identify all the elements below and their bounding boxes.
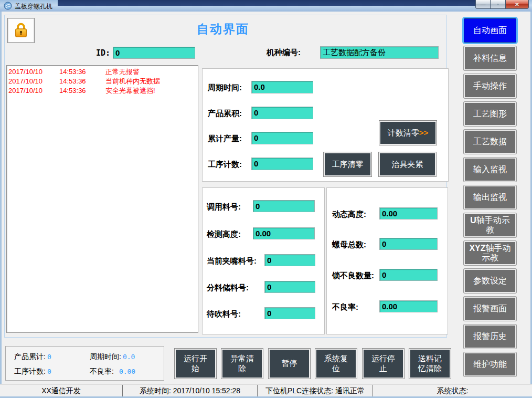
detect-height-field[interactable]: 0.00 xyxy=(253,227,315,239)
maximize-button[interactable]: ▫ xyxy=(491,0,505,9)
status-system-time: 系统时间: 2017/10/10 15:52:28 xyxy=(122,385,257,396)
alarm-date: 2017/10/10 xyxy=(8,67,59,77)
window-title: 盖板穿螺孔机 xyxy=(15,2,52,11)
status-bar: XX通信开发 系统时间: 2017/10/10 15:52:28 下位机PLC连… xyxy=(0,384,532,396)
title-bar: 盖板穿螺孔机 — ▫ ✕ xyxy=(0,0,532,12)
pause-button[interactable]: 暂停 xyxy=(269,349,310,379)
detect-height-label: 检测高度: xyxy=(207,229,241,239)
alarm-date: 2017/10/10 xyxy=(8,77,59,86)
sidebar-item-maintenance[interactable]: 维护功能 xyxy=(464,352,516,376)
call-part-field[interactable]: 0 xyxy=(253,200,315,212)
quality-panel: 动态高度: 0.00 螺母总数: 0 锁不良数量: 0 不良率: 0.00 xyxy=(326,187,448,334)
minimize-button[interactable]: — xyxy=(475,0,491,9)
alarm-time: 14:53:36 xyxy=(59,67,105,77)
background-window-remnant xyxy=(58,0,478,6)
alarm-message: 当前机种内无数据 xyxy=(105,77,160,86)
current-nozzle-field[interactable]: 0 xyxy=(264,254,315,266)
alarm-message: 正常无报警 xyxy=(105,67,140,77)
counters-panel: 周期时间: 0.0 产品累积: 0 累计产量: 0 工序计数: 0 计数清零>>… xyxy=(202,68,449,182)
id-label: ID: xyxy=(96,48,110,58)
error-clear-button[interactable]: 异常清除 xyxy=(221,349,263,379)
summary-cycle-time: 周期时间:0.0 xyxy=(90,352,135,362)
sidebar-item-output-monitor[interactable]: 输出监视 xyxy=(464,185,516,210)
cycle-time-label: 周期时间: xyxy=(208,83,242,93)
lock-button[interactable] xyxy=(7,18,35,43)
lock-icon xyxy=(12,20,30,41)
sidebar-item-process-data[interactable]: 工艺数据 xyxy=(464,130,516,154)
run-stop-button[interactable]: 运行停止 xyxy=(363,349,404,379)
fixture-clamp-button[interactable]: 治具夹紧 xyxy=(379,152,436,176)
process-clear-button[interactable]: 工序清零 xyxy=(324,152,371,176)
sidebar-item-alarm-screen[interactable]: 报警画面 xyxy=(464,297,516,321)
alarm-time: 14:53:36 xyxy=(59,86,105,96)
app-window: 盖板穿螺孔机 — ▫ ✕ 自动界面 ID: 0 机种编号: 工艺 xyxy=(0,0,532,398)
sidebar-item-refill-info[interactable]: 补料信息 xyxy=(464,46,516,70)
summary-product-accum: 产品累计:0 xyxy=(14,352,51,362)
alarm-log-panel: 2017/10/10 14:53:36 正常无报警 2017/10/10 14:… xyxy=(6,65,198,333)
lock-defect-field[interactable]: 0 xyxy=(379,269,438,281)
alarm-log-row: 2017/10/10 14:53:36 当前机种内无数据 xyxy=(7,77,198,86)
page-title: 自动界面 xyxy=(168,21,278,37)
id-field[interactable]: 0 xyxy=(113,47,195,59)
divider-storage-field[interactable]: 0 xyxy=(264,281,315,293)
blow-wait-label: 待吹料号: xyxy=(207,309,241,319)
sidebar-item-input-monitor[interactable]: 输入监视 xyxy=(464,158,516,182)
divider-storage-label: 分料储料号: xyxy=(207,283,249,293)
sidebar-item-process-graphic[interactable]: 工艺图形 xyxy=(464,102,516,126)
sidebar-item-parameter-setting[interactable]: 参数设定 xyxy=(464,269,516,293)
alarm-time: 14:53:36 xyxy=(59,77,105,86)
model-number-field[interactable]: 工艺数据配方备份 xyxy=(320,46,439,59)
lock-defect-label: 锁不良数量: xyxy=(332,271,374,281)
sidebar-item-manual-operation[interactable]: 手动操作 xyxy=(464,74,516,98)
summary-panel: 产品累计:0 周期时间:0.0 工序计数:0 不良率:0.00 xyxy=(5,346,164,381)
dynamic-height-field[interactable]: 0.00 xyxy=(379,207,438,219)
product-accum-field[interactable]: 0 xyxy=(251,107,313,119)
blow-wait-field[interactable]: 0 xyxy=(264,307,315,319)
defect-rate-label: 不良率: xyxy=(332,302,358,312)
material-panel: 调用料号: 0 检测高度: 0.00 当前夹嘴料号: 0 分料储料号: 0 待吹… xyxy=(202,187,325,334)
nut-total-field[interactable]: 0 xyxy=(379,238,438,250)
sidebar-item-alarm-history[interactable]: 报警历史 xyxy=(464,324,516,349)
status-plc-connection: 下位机PLC连接状态: 通讯正常 xyxy=(257,385,373,396)
window-frame-left xyxy=(0,12,2,396)
call-part-label: 调用料号: xyxy=(207,202,241,212)
run-start-button[interactable]: 运行开始 xyxy=(175,349,216,379)
summary-defect-rate: 不良率:0.00 xyxy=(90,367,135,376)
alarm-message: 安全光幕被遮挡! xyxy=(105,86,155,96)
defect-rate-field[interactable]: 0.00 xyxy=(379,300,438,312)
sidebar-item-u-axis-teach[interactable]: U轴手动示教 xyxy=(464,213,516,237)
alarm-log-row: 2017/10/10 14:53:36 安全光幕被遮挡! xyxy=(7,86,198,96)
cycle-time-field[interactable]: 0.0 xyxy=(251,81,313,93)
sidebar-item-auto-screen[interactable]: 自动画面 xyxy=(464,18,516,43)
process-count-field[interactable]: 0 xyxy=(251,158,313,170)
process-count-label: 工序计数: xyxy=(208,160,242,170)
product-accum-label: 产品累积: xyxy=(208,109,242,119)
alarm-log-row: 2017/10/10 14:53:36 正常无报警 xyxy=(7,67,198,77)
app-icon xyxy=(4,2,12,10)
double-arrow-icon: >> xyxy=(419,128,429,137)
current-nozzle-label: 当前夹嘴料号: xyxy=(207,256,257,266)
window-controls: — ▫ ✕ xyxy=(475,0,529,9)
nut-total-label: 螺母总数: xyxy=(332,240,366,250)
summary-process-count: 工序计数:0 xyxy=(14,367,51,376)
close-icon[interactable]: ✕ xyxy=(505,0,529,9)
count-clear-button[interactable]: 计数清零>> xyxy=(379,121,437,145)
system-reset-button[interactable]: 系统复位 xyxy=(315,349,357,379)
alarm-date: 2017/10/10 xyxy=(8,86,59,96)
dynamic-height-label: 动态高度: xyxy=(332,210,366,219)
status-developer: XX通信开发 xyxy=(0,385,122,396)
total-output-field[interactable]: 0 xyxy=(251,132,313,144)
model-number-label: 机种编号: xyxy=(267,48,301,58)
sidebar-item-xyz-axis-teach[interactable]: XYZ轴手动示教 xyxy=(464,241,516,265)
feed-memory-clear-button[interactable]: 送料记忆清除 xyxy=(409,349,451,379)
total-output-label: 累计产量: xyxy=(208,134,242,144)
status-system-state: 系统状态: xyxy=(373,385,532,396)
